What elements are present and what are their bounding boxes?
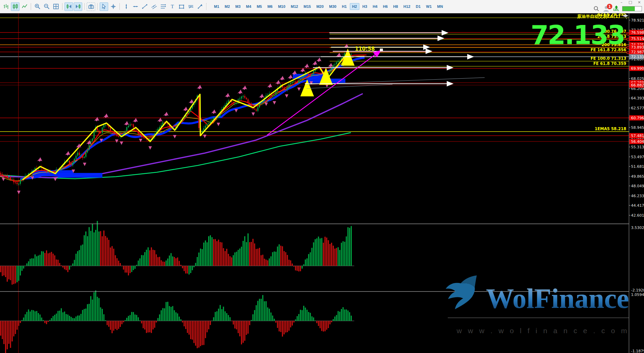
bar-chart-icon	[3, 3, 9, 10]
watermark-url: w w w . w o l f i n a n c e . c o m	[457, 327, 629, 335]
trendline-button[interactable]	[140, 2, 149, 11]
chart-canvas[interactable]: 110:58WolFinance78.92177.10575.28973.473…	[0, 13, 644, 353]
axis-label: 58.945	[631, 125, 644, 130]
axis-label: 78.921	[631, 18, 644, 23]
auto-scroll-button[interactable]	[65, 2, 73, 11]
text-label-icon: T	[169, 3, 175, 10]
level-label: LVL	[613, 9, 619, 12]
toolbar-divider	[97, 3, 98, 10]
zoom-in-button[interactable]	[33, 2, 42, 11]
trendline-icon	[142, 3, 148, 10]
chart-shift-icon	[75, 3, 81, 10]
timeframe-m12[interactable]: M12	[288, 3, 300, 10]
toolbar-divider	[119, 3, 120, 10]
cursor-icon	[101, 3, 107, 10]
timeframe-switcher: M1M2M3M4M5M6M10M12M15M20M30H1H2H3H4H6H8H…	[211, 3, 446, 10]
axis-label: 48.049	[631, 184, 644, 188]
fib-level-label: FE 61.8 70.359	[593, 61, 626, 66]
indicator1-histogram	[0, 221, 354, 285]
axis-label: 76.598	[631, 30, 644, 35]
axis-label: 72.133	[631, 55, 644, 59]
watermark: WolFinance	[446, 275, 644, 318]
arrow-object-button[interactable]	[196, 2, 204, 11]
toolbar-divider	[31, 3, 31, 10]
candlestick-chart-button[interactable]	[11, 2, 19, 11]
timeframe-h3[interactable]: H3	[360, 3, 370, 10]
timeframe-w1[interactable]: W1	[424, 3, 434, 10]
shapes-icon	[178, 3, 185, 10]
timeframe-m5[interactable]: M5	[254, 3, 264, 10]
chart-shift-button[interactable]	[74, 2, 82, 11]
timeframe-m30[interactable]: M30	[327, 3, 339, 10]
timeframe-m1[interactable]: M1	[212, 3, 221, 10]
timeframe-h4[interactable]: H4	[370, 3, 380, 10]
cursor-button[interactable]	[100, 2, 108, 11]
toolbar-divider	[62, 3, 62, 10]
text-label-button[interactable]: T	[168, 2, 176, 11]
indicator2-histogram	[0, 290, 354, 353]
level-progress-fill	[622, 6, 635, 11]
toolbar-divider	[84, 3, 85, 10]
screenshot-button[interactable]	[87, 2, 95, 11]
vertical-line-button[interactable]	[122, 2, 130, 11]
shapes-button[interactable]	[177, 2, 186, 11]
axis-label: 60.796	[631, 116, 644, 120]
timeframe-m3[interactable]: M3	[233, 3, 243, 10]
timeframe-d1[interactable]: D1	[413, 3, 423, 10]
price-axis: 78.92177.10575.28973.47371.65769.84168.0…	[629, 13, 644, 353]
zoom-in-icon	[34, 3, 41, 10]
search-icon[interactable]	[593, 5, 600, 12]
level-progress-bar	[622, 6, 642, 11]
level-icon[interactable]: LVL	[613, 5, 619, 12]
zoom-out-button[interactable]	[42, 2, 51, 11]
timeframe-m10[interactable]: M10	[276, 3, 288, 10]
axis-label: 53.497	[631, 155, 644, 159]
fib-level-label: FE 100.0 71.313	[591, 56, 626, 61]
axis-label: 69.990	[631, 66, 644, 71]
notification-badge: 1	[607, 4, 612, 9]
minimize-button[interactable]: –	[619, 0, 624, 4]
timeframe-h8[interactable]: H8	[391, 3, 400, 10]
crosshair-button[interactable]	[109, 2, 117, 11]
zoom-out-icon	[44, 3, 50, 10]
axis-label: 44.417	[631, 203, 644, 208]
timeframe-m20[interactable]: M20	[314, 3, 326, 10]
horizontal-line-button[interactable]	[131, 2, 140, 11]
fibonacci-button[interactable]	[159, 2, 167, 11]
tile-windows-button[interactable]	[52, 2, 60, 11]
timeframe-h12[interactable]: H12	[401, 3, 413, 10]
signal-time-label: 110:58	[355, 46, 375, 52]
timeframe-mn[interactable]: MN	[435, 3, 445, 10]
andrews-pitchfork-icon	[188, 3, 194, 10]
timeframe-h2[interactable]: H2	[350, 3, 359, 10]
andrews-pitchfork-button[interactable]	[186, 2, 195, 11]
vertical-line-icon	[123, 3, 129, 10]
svg-text:T: T	[171, 4, 174, 9]
trading-app-window: – □ × T M1M2M3M4M5M6M10M12M15M20M30H1H2H…	[0, 0, 644, 353]
timeframe-h1[interactable]: H1	[340, 3, 349, 10]
screenshot-icon	[88, 3, 94, 10]
horizontal-line-icon	[132, 3, 139, 10]
toolbar: T M1M2M3M4M5M6M10M12M15M20M30H1H2H3H4H6H…	[0, 0, 644, 13]
timeframe-m4[interactable]: M4	[244, 3, 254, 10]
close-button[interactable]: ×	[637, 0, 641, 4]
axis-label: 75.514	[631, 37, 644, 41]
timeframe-m6[interactable]: M6	[265, 3, 275, 10]
fibonacci-icon	[160, 3, 166, 10]
profile-icon[interactable]: 1	[603, 5, 610, 12]
timeframe-m15[interactable]: M15	[301, 3, 313, 10]
maximize-button[interactable]: □	[628, 0, 632, 4]
timeframe-m2[interactable]: M2	[222, 3, 232, 10]
current-price-display: 72.133	[531, 20, 625, 50]
ea-name-label: 原油半自动交易EA(1)	[577, 14, 620, 19]
axis-label: 55.313	[631, 145, 644, 149]
axis-label: 64.393	[631, 96, 644, 100]
zigzag-line	[23, 53, 348, 180]
timeframe-h6[interactable]: H6	[381, 3, 390, 10]
auto-scroll-icon	[66, 3, 72, 10]
bar-chart-button[interactable]	[2, 2, 10, 11]
line-chart-button[interactable]	[20, 2, 29, 11]
channel-button[interactable]	[149, 2, 158, 11]
axis-label: 46.233	[631, 194, 644, 198]
axis-label: 3.5302	[631, 226, 644, 230]
